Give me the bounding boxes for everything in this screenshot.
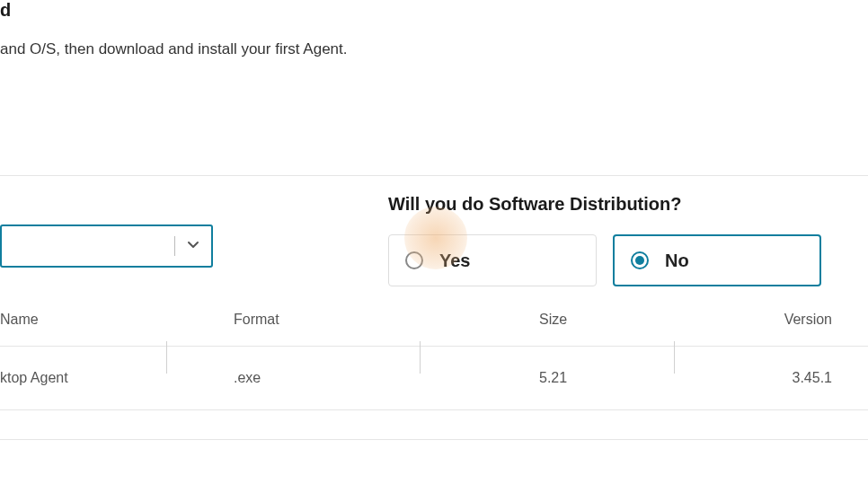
table-cell-divider: [166, 341, 167, 374]
page-title-fragment: d: [0, 0, 868, 21]
table-bottom-border: [0, 409, 868, 440]
radio-label-no: No: [665, 251, 689, 271]
cell-name: ktop Agent: [0, 370, 234, 386]
radio-circle-icon: [405, 251, 423, 269]
column-header-version: Version: [701, 312, 868, 328]
cell-size: 5.21: [467, 370, 701, 386]
column-header-format: Format: [234, 312, 467, 328]
radio-label-yes: Yes: [439, 251, 470, 271]
table-row[interactable]: ktop Agent .exe 5.21 3.45.1: [0, 347, 868, 409]
software-distribution-question: Will you do Software Distribution?: [388, 194, 821, 215]
cell-version: 3.45.1: [701, 370, 868, 386]
table-cell-divider: [420, 341, 421, 374]
os-select-dropdown[interactable]: [0, 224, 213, 268]
select-separator: [174, 236, 175, 256]
table-header-row: Name Format Size Version: [0, 286, 868, 346]
column-header-size: Size: [467, 312, 701, 328]
cell-format: .exe: [234, 370, 467, 386]
column-header-name: Name: [0, 312, 234, 328]
radio-circle-icon: [631, 251, 649, 269]
radio-option-no[interactable]: No: [613, 234, 821, 286]
radio-option-yes[interactable]: Yes: [388, 234, 597, 286]
page-subtitle: and O/S, then download and install your …: [0, 40, 868, 58]
table-cell-divider: [674, 341, 675, 374]
chevron-down-icon: [186, 237, 200, 255]
